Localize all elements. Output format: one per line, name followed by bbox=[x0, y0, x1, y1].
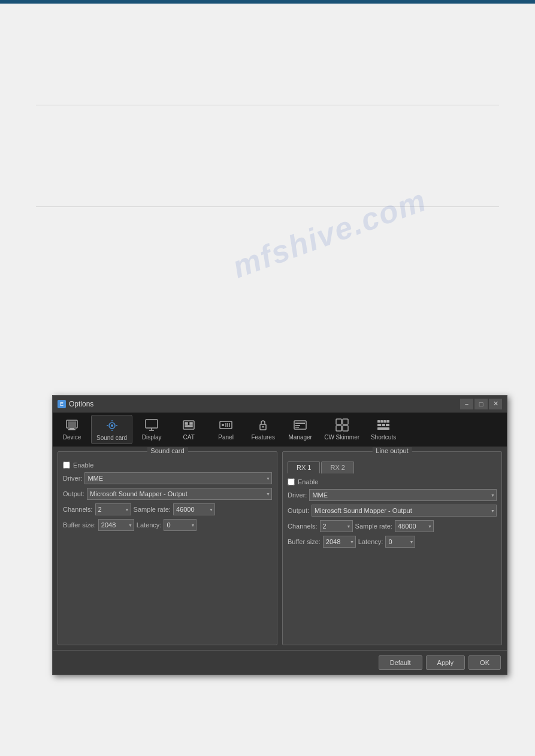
manager-icon bbox=[292, 417, 308, 433]
ok-button[interactable]: OK bbox=[468, 655, 501, 670]
cat-label: CAT bbox=[183, 434, 195, 441]
lineoutput-panel-title: Line output bbox=[372, 447, 412, 454]
soundcard-channels-wrapper: 2 1 4 bbox=[95, 503, 131, 515]
display-icon bbox=[144, 417, 159, 433]
svg-rect-29 bbox=[380, 420, 383, 423]
panel-icon bbox=[218, 417, 234, 433]
lineoutput-channels-wrapper: 2 1 4 bbox=[320, 520, 353, 532]
lineoutput-latency-select[interactable]: 0 1 2 5 bbox=[385, 536, 415, 548]
cwskimmer-icon bbox=[334, 417, 350, 433]
toolbar-item-display[interactable]: Display bbox=[134, 415, 170, 444]
features-icon bbox=[255, 417, 271, 433]
soundcard-buffersize-wrapper: 2048 512 1024 4096 bbox=[98, 519, 134, 531]
lineoutput-channels-select[interactable]: 2 1 4 bbox=[320, 520, 353, 532]
soundcard-driver-label: Driver: bbox=[63, 475, 82, 482]
svg-rect-3 bbox=[68, 429, 75, 430]
svg-rect-2 bbox=[69, 428, 74, 429]
soundcard-driver-row: Driver: MME ASIO WASAPI bbox=[63, 472, 272, 484]
svg-rect-6 bbox=[146, 420, 158, 428]
soundcard-driver-select[interactable]: MME ASIO WASAPI bbox=[84, 472, 272, 484]
lineoutput-buffersize-row: Buffer size: 2048 512 1024 4096 Latency: bbox=[288, 536, 497, 548]
svg-rect-35 bbox=[377, 427, 389, 430]
toolbar-item-soundcard[interactable]: Sound card bbox=[91, 415, 132, 444]
tab-rx1[interactable]: RX 1 bbox=[288, 462, 320, 473]
svg-rect-10 bbox=[185, 423, 188, 424]
options-dialog: E Options − □ ✕ D bbox=[52, 395, 507, 675]
soundcard-samplerate-select[interactable]: 46000 44100 48000 96000 bbox=[173, 503, 215, 515]
soundcard-label: Sound card bbox=[96, 435, 127, 441]
lineoutput-channels-label: Channels: bbox=[288, 523, 318, 530]
svg-rect-28 bbox=[377, 420, 380, 423]
maximize-button[interactable]: □ bbox=[474, 399, 488, 409]
close-button[interactable]: ✕ bbox=[489, 399, 502, 409]
soundcard-latency-wrapper: 0 1 2 5 bbox=[164, 519, 197, 531]
soundcard-enable-checkbox[interactable] bbox=[63, 462, 70, 469]
divider-mid bbox=[36, 207, 499, 207]
minimize-button[interactable]: − bbox=[460, 399, 473, 409]
svg-rect-30 bbox=[383, 420, 386, 423]
lineoutput-buffersize-wrapper: 2048 512 1024 4096 bbox=[323, 536, 356, 548]
soundcard-latency-select[interactable]: 0 1 2 5 bbox=[164, 519, 197, 531]
lineoutput-enable-checkbox[interactable] bbox=[288, 478, 295, 485]
soundcard-output-row: Output: Microsoft Sound Mapper - Output bbox=[63, 488, 272, 500]
svg-point-5 bbox=[111, 424, 113, 427]
lineoutput-panel-inner: RX 1 RX 2 Enable Driver: MME ASIO bbox=[288, 462, 497, 548]
svg-rect-11 bbox=[190, 423, 192, 424]
soundcard-buffersize-select[interactable]: 2048 512 1024 4096 bbox=[98, 519, 134, 531]
lineoutput-driver-select[interactable]: MME ASIO WASAPI bbox=[309, 489, 497, 501]
cat-icon bbox=[181, 417, 197, 433]
lineoutput-driver-label: Driver: bbox=[288, 491, 307, 499]
lineoutput-latency-wrapper: 0 1 2 5 bbox=[385, 536, 415, 548]
shortcuts-label: Shortcuts bbox=[371, 434, 396, 441]
svg-rect-9 bbox=[183, 421, 194, 429]
lineoutput-buffersize-label: Buffer size: bbox=[288, 538, 321, 545]
default-button[interactable]: Default bbox=[379, 655, 422, 670]
soundcard-samplerate-wrapper: 46000 44100 48000 96000 bbox=[173, 503, 215, 515]
toolbar-item-panel[interactable]: Panel bbox=[208, 415, 244, 444]
toolbar-item-cwskimmer[interactable]: CW Skimmer bbox=[319, 415, 364, 444]
svg-rect-12 bbox=[185, 426, 192, 427]
svg-rect-23 bbox=[295, 427, 299, 428]
toolbar-item-device[interactable]: Device bbox=[54, 415, 90, 444]
tab-rx2[interactable]: RX 2 bbox=[321, 462, 353, 473]
svg-rect-33 bbox=[382, 424, 385, 426]
lineoutput-samplerate-select[interactable]: 48000 44100 46000 96000 bbox=[395, 520, 434, 532]
soundcard-buffersize-label: Buffer size: bbox=[63, 521, 96, 529]
toolbar-item-cat[interactable]: CAT bbox=[171, 415, 207, 444]
dialog-icon: E bbox=[58, 400, 66, 408]
display-label: Display bbox=[142, 434, 162, 441]
lineoutput-channels-row: Channels: 2 1 4 Sample rate: 48000 bbox=[288, 520, 497, 532]
title-controls: − □ ✕ bbox=[460, 399, 502, 409]
watermark: mfshive.com bbox=[228, 182, 431, 286]
lineoutput-driver-row: Driver: MME ASIO WASAPI bbox=[288, 489, 497, 501]
soundcard-output-wrapper: Microsoft Sound Mapper - Output bbox=[87, 488, 272, 500]
dialog-footer: Default Apply OK bbox=[53, 650, 507, 675]
page-background: mfshive.com E Options − □ ✕ bbox=[0, 0, 535, 756]
soundcard-channels-select[interactable]: 2 1 4 bbox=[95, 503, 131, 515]
lineoutput-samplerate-wrapper: 48000 44100 46000 96000 bbox=[395, 520, 434, 532]
lineoutput-output-select[interactable]: Microsoft Sound Mapper - Output bbox=[312, 505, 497, 517]
dialog-title-text: Options bbox=[69, 400, 93, 408]
top-bar bbox=[0, 0, 535, 4]
toolbar-item-manager[interactable]: Manager bbox=[282, 415, 318, 444]
lineoutput-output-row: Output: Microsoft Sound Mapper - Output bbox=[288, 505, 497, 517]
svg-rect-24 bbox=[336, 419, 341, 424]
svg-rect-25 bbox=[343, 419, 348, 424]
lineoutput-output-wrapper: Microsoft Sound Mapper - Output bbox=[312, 505, 497, 517]
toolbar-item-shortcuts[interactable]: Shortcuts bbox=[365, 415, 401, 444]
soundcard-panel: Sound card Enable Driver: MME ASIO bbox=[58, 451, 277, 645]
panel-label: Panel bbox=[218, 434, 234, 441]
toolbar-item-features[interactable]: Features bbox=[245, 415, 281, 444]
lineoutput-latency-label: Latency: bbox=[358, 538, 383, 545]
dialog-content: Sound card Enable Driver: MME ASIO bbox=[53, 447, 507, 650]
svg-point-14 bbox=[222, 424, 224, 426]
apply-button[interactable]: Apply bbox=[426, 655, 466, 670]
svg-rect-22 bbox=[295, 425, 300, 426]
soundcard-channels-row: Channels: 2 1 4 Sample rate: 46000 bbox=[63, 503, 272, 515]
svg-rect-1 bbox=[68, 421, 76, 427]
shortcuts-icon bbox=[376, 417, 391, 433]
cwskimmer-label: CW Skimmer bbox=[324, 434, 359, 441]
soundcard-buffersize-row: Buffer size: 2048 512 1024 4096 Latency: bbox=[63, 519, 272, 531]
soundcard-output-select[interactable]: Microsoft Sound Mapper - Output bbox=[87, 488, 272, 500]
lineoutput-buffersize-select[interactable]: 2048 512 1024 4096 bbox=[323, 536, 356, 548]
